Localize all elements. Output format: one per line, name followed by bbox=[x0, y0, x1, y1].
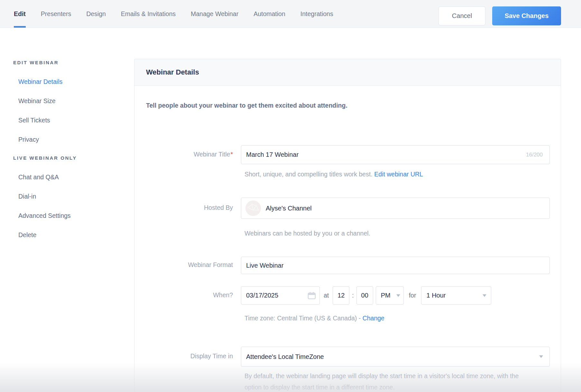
sidebar-item-privacy[interactable]: Privacy bbox=[18, 136, 113, 143]
sidebar-heading-edit-webinar: EDIT WEBINAR bbox=[13, 60, 113, 65]
display-time-label: Display Time in bbox=[134, 352, 233, 360]
intro-text: Tell people about your webinar to get th… bbox=[146, 102, 347, 109]
display-time-helper: By default, the webinar landing page wil… bbox=[244, 370, 534, 392]
edit-sidebar: EDIT WEBINAR Webinar Details Webinar Siz… bbox=[13, 60, 113, 251]
sidebar-item-sell-tickets[interactable]: Sell Tickets bbox=[18, 117, 113, 124]
date-field[interactable] bbox=[241, 286, 320, 305]
save-changes-button[interactable]: Save Changes bbox=[492, 6, 561, 25]
sidebar-item-webinar-details[interactable]: Webinar Details bbox=[18, 78, 113, 85]
sidebar-item-dial-in[interactable]: Dial-in bbox=[18, 193, 113, 200]
chevron-down-icon bbox=[539, 355, 543, 358]
webinar-title-helper: Short, unique, and compelling titles wor… bbox=[244, 171, 423, 178]
tab-edit[interactable]: Edit bbox=[14, 0, 26, 28]
top-nav-tabs: Edit Presenters Design Emails & Invitati… bbox=[14, 0, 333, 28]
sidebar-item-chat-and-qa[interactable]: Chat and Q&A bbox=[18, 174, 113, 181]
chevron-down-icon bbox=[396, 294, 400, 297]
channel-avatar bbox=[245, 200, 261, 216]
webinar-details-panel: Webinar Details Tell people about your w… bbox=[134, 59, 561, 392]
display-time-value: Attendee's Local TimeZone bbox=[246, 353, 324, 361]
calendar-icon[interactable] bbox=[308, 291, 316, 301]
chevron-down-icon bbox=[483, 294, 486, 297]
date-input[interactable] bbox=[246, 287, 305, 304]
webinar-format-input[interactable] bbox=[241, 257, 550, 274]
required-asterisk: * bbox=[230, 151, 233, 158]
sidebar-item-advanced-settings[interactable]: Advanced Settings bbox=[18, 212, 113, 219]
when-label: When? bbox=[134, 291, 233, 299]
sidebar-heading-live-webinar-only: LIVE WEBINAR ONLY bbox=[13, 155, 113, 161]
hosted-by-label: Hosted By bbox=[134, 204, 233, 211]
tab-manage-webinar[interactable]: Manage Webinar bbox=[191, 0, 238, 28]
edit-webinar-url-link[interactable]: Edit webinar URL bbox=[374, 171, 423, 178]
tab-integrations[interactable]: Integrations bbox=[300, 0, 333, 28]
when-row: at : PM for 1 Hour bbox=[241, 286, 491, 305]
timezone-helper: Time zone: Central Time (US & Canada) - … bbox=[244, 315, 384, 322]
hosted-by-selector[interactable]: Alyse's Channel bbox=[241, 198, 550, 219]
meridiem-select[interactable]: PM bbox=[376, 286, 404, 305]
display-time-select[interactable]: Attendee's Local TimeZone bbox=[241, 347, 550, 367]
hour-input[interactable] bbox=[333, 286, 349, 305]
tab-design[interactable]: Design bbox=[86, 0, 106, 28]
panel-title: Webinar Details bbox=[134, 59, 561, 86]
webinar-format-label: Webinar Format bbox=[134, 261, 233, 269]
webinar-title-label: Webinar Title* bbox=[134, 151, 233, 158]
duration-value: 1 Hour bbox=[426, 292, 446, 299]
minute-input[interactable] bbox=[356, 286, 373, 305]
meridiem-value: PM bbox=[381, 292, 391, 299]
sidebar-item-delete[interactable]: Delete bbox=[18, 231, 113, 239]
cancel-button[interactable]: Cancel bbox=[438, 6, 485, 25]
duration-select[interactable]: 1 Hour bbox=[421, 286, 491, 305]
for-text: for bbox=[409, 292, 416, 299]
tab-emails-invitations[interactable]: Emails & Invitations bbox=[121, 0, 176, 28]
panel-body: Tell people about your webinar to get th… bbox=[134, 86, 561, 392]
sidebar-item-webinar-size[interactable]: Webinar Size bbox=[18, 97, 113, 105]
at-text: at bbox=[324, 292, 329, 299]
colon-text: : bbox=[352, 292, 354, 299]
hosted-by-helper: Webinars can be hosted by you or a chann… bbox=[244, 230, 370, 237]
top-bar-actions: Cancel Save Changes bbox=[438, 6, 561, 25]
change-timezone-link[interactable]: Change bbox=[363, 315, 384, 322]
webinar-title-input[interactable] bbox=[241, 145, 550, 164]
tab-presenters[interactable]: Presenters bbox=[41, 0, 71, 28]
hosted-by-value: Alyse's Channel bbox=[266, 205, 312, 212]
tab-automation[interactable]: Automation bbox=[254, 0, 285, 28]
